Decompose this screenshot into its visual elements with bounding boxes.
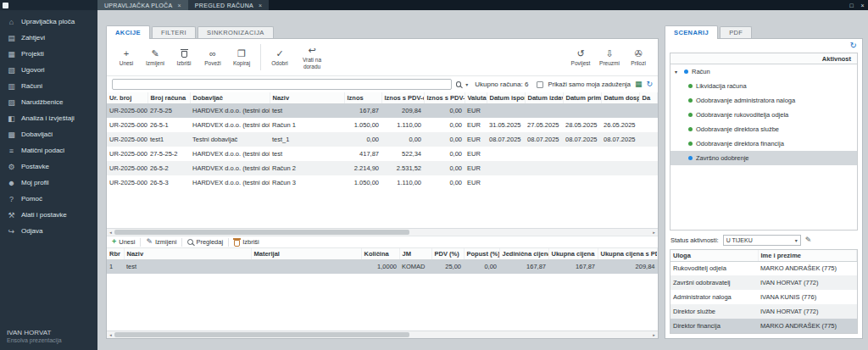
scroll-right-icon[interactable]: ▸ — [650, 331, 658, 339]
invoice-row[interactable]: UR-2025-000026-5-2HARDVEX d.o.o. (testni… — [107, 161, 658, 175]
column-header[interactable]: Naziv — [124, 248, 251, 259]
tab-pdf[interactable]: PDF — [720, 26, 752, 38]
scroll-left-icon[interactable]: ◂ — [107, 331, 114, 339]
column-header[interactable]: Jedinična cijena — [499, 248, 548, 259]
column-header[interactable]: Rbr — [107, 248, 124, 259]
column-header[interactable]: Datum dospijeća — [601, 92, 639, 103]
item-izmijeni-button[interactable]: ✎Izmijeni — [146, 238, 176, 246]
scrollbar-thumb[interactable] — [114, 230, 409, 235]
role-row[interactable]: Administrator nalogaIVANA KUNIS (776) — [670, 290, 857, 304]
sidebar-item-contracts[interactable]: ▧Ugovori — [0, 62, 97, 78]
excel-export-icon[interactable]: ▦ — [635, 81, 643, 88]
invoice-table-hscrollbar[interactable]: ◂ ▸ — [107, 228, 658, 236]
tab-akcije[interactable]: AKCIJE — [106, 25, 150, 39]
sidebar-item-suppliers[interactable]: ▩Dobavljači — [0, 126, 97, 142]
prilozi-button[interactable]: ✇Prilozi — [624, 41, 653, 74]
expander-icon[interactable]: ▾ — [675, 69, 681, 75]
column-header[interactable]: Količina — [361, 248, 399, 259]
column-header[interactable]: Datum izdavanja — [525, 92, 563, 103]
column-header[interactable]: Dobavljač — [190, 92, 270, 103]
tree-node-activity[interactable]: Odobravanje rukovoditelja odjela — [670, 108, 857, 122]
activity-status-select[interactable]: U TIJEKU ▾ — [723, 235, 801, 246]
role-row-selected[interactable]: Direktor financijaMARKO ANDRAŠEK (775) — [670, 319, 857, 333]
titlebar-tab-pregled-racuna[interactable]: PREGLED RAČUNA × — [188, 0, 270, 10]
role-row[interactable]: Rukovoditelj odjelaMARKO ANDRAŠEK (775) — [670, 261, 857, 275]
column-header[interactable]: Iznos s PDV-om — [381, 92, 424, 103]
invoice-row[interactable]: UR-2025-000026-5-1HARDVEX d.o.o. (testni… — [107, 118, 658, 132]
invoice-row[interactable]: UR-2025-000027-5-25-2HARDVEX d.o.o. (tes… — [107, 147, 658, 161]
chevron-down-icon[interactable]: ▾ — [465, 81, 468, 87]
sidebar-item-logout[interactable]: ↪Odjava — [0, 223, 97, 239]
cell-materijal — [251, 259, 361, 274]
column-header[interactable]: Ukupna cijena s PDV-om — [598, 248, 658, 259]
tree-node-activity[interactable]: Odobravanje direktora financija — [670, 136, 857, 151]
tree-node-activity[interactable]: Likvidacija računa — [670, 79, 857, 93]
tree-node-activity[interactable]: Odobravanje administratora naloga — [670, 93, 857, 108]
column-header[interactable]: Valuta — [465, 92, 487, 103]
sidebar-item-projects[interactable]: ▦Projekti — [0, 46, 97, 62]
sidebar-item-help[interactable]: ?Pomoć — [0, 191, 97, 207]
sidebar-item-settings[interactable]: ⚙Postavke — [0, 158, 97, 175]
unesi-button[interactable]: +Unesi — [112, 41, 141, 74]
column-header[interactable]: Uloga — [670, 250, 758, 261]
column-header[interactable]: PDV (%) — [431, 248, 464, 259]
edit-status-icon[interactable]: ✎ — [805, 236, 812, 244]
item-row[interactable]: 1 test 1,0000 KOMAD 25,00 0,00 167,87 16… — [107, 259, 658, 274]
izmijeni-button[interactable]: ✎Izmijeni — [141, 41, 170, 74]
tree-node-activity-selected[interactable]: Završno odobrenje — [670, 151, 857, 165]
sidebar-item-invoices[interactable]: ▥Računi — [0, 78, 97, 94]
item-izbrisi-button[interactable]: Izbriši — [234, 237, 259, 247]
role-row[interactable]: Završni odobravateljIVAN HORVAT (772) — [670, 275, 857, 290]
tab-close-icon[interactable]: × — [259, 3, 262, 8]
sidebar-item-master-data[interactable]: ≡Matični podaci — [0, 142, 97, 158]
tab-close-icon[interactable]: × — [177, 3, 181, 8]
items-table-hscrollbar[interactable]: ◂ ▸ — [107, 331, 658, 338]
tab-scenarij[interactable]: SCENARIJ — [665, 25, 718, 39]
window-close-icon[interactable]: × — [857, 0, 868, 10]
izbrisi-button[interactable]: Izbriši — [170, 41, 198, 74]
column-header[interactable]: Iznos s PDV-om (int. — [424, 92, 465, 103]
column-header[interactable]: Naziv — [270, 92, 344, 103]
search-input[interactable] — [112, 79, 452, 90]
column-header[interactable]: Iznos — [344, 92, 381, 103]
vrati-na-doradu-button[interactable]: ↩Vrati na doradu — [294, 41, 330, 74]
scrollbar-thumb[interactable] — [114, 332, 409, 337]
invoice-row[interactable]: UR-2025-000026-5-3HARDVEX d.o.o. (testni… — [107, 175, 658, 190]
column-header[interactable]: Ur. broj — [107, 92, 147, 103]
sidebar-item-purchase-orders[interactable]: ▨Narudžbenice — [0, 94, 97, 110]
show-only-my-tasks-checkbox[interactable] — [537, 81, 543, 88]
refresh-icon[interactable]: ↻ — [646, 81, 653, 88]
povezi-button[interactable]: ∞Poveži — [198, 41, 227, 74]
tree-node-activity[interactable]: Odobravanje direktora službe — [670, 122, 857, 136]
search-icon[interactable] — [456, 81, 462, 87]
column-header[interactable]: Ime i prezime — [758, 250, 857, 261]
sidebar-item-dashboard[interactable]: ⌂Upravljačka ploča — [0, 14, 97, 30]
column-header[interactable]: Da — [639, 92, 658, 103]
column-header[interactable]: Broj računa — [147, 92, 190, 103]
titlebar-tab-upravljacka-ploca[interactable]: UPRAVLJAČKA PLOČA × — [97, 0, 188, 10]
tab-sinkronizacija[interactable]: SINKRONIZACIJA — [198, 26, 274, 38]
invoice-row[interactable]: UR-2025-0000test1Testni dobavljačtest_10… — [107, 132, 658, 147]
sidebar-item-requests[interactable]: ▤Zahtjevi — [0, 30, 97, 46]
column-header[interactable]: Materijal — [251, 248, 361, 259]
column-header[interactable]: Datum isporuke — [487, 92, 525, 103]
kopiraj-button[interactable]: ❐Kopiraj — [227, 41, 256, 74]
tree-node-racun[interactable]: ▾ Račun — [670, 64, 857, 79]
role-row[interactable]: Direktor službeIVAN HORVAT (772) — [670, 304, 857, 319]
sidebar-item-tools[interactable]: ⚒Alati i postavke — [0, 207, 97, 223]
item-pregledaj-button[interactable]: Pregledaj — [187, 238, 223, 246]
refresh-icon[interactable]: ↻ — [850, 42, 857, 50]
column-header[interactable]: Popust (%) — [464, 248, 499, 259]
column-header[interactable]: Ukupna cijena — [548, 248, 598, 259]
column-header[interactable]: Datum primitka — [563, 92, 601, 103]
odobri-button[interactable]: ✓Odobri — [265, 41, 294, 74]
window-restore-icon[interactable]: □ — [846, 0, 857, 10]
povijest-button[interactable]: ↺Povijest — [566, 41, 595, 74]
preuzmi-button[interactable]: ⇩Preuzmi — [595, 41, 624, 74]
invoice-row[interactable]: UR-2025-000027-5-25HARDVEX d.o.o. (testn… — [107, 103, 658, 118]
sidebar-item-my-profile[interactable]: ☻Moj profil — [0, 175, 97, 191]
sidebar-item-analytics[interactable]: ◧Analiza i izvještaji — [0, 110, 97, 126]
item-unesi-button[interactable]: +Unesi — [112, 238, 135, 246]
tab-filteri[interactable]: FILTERI — [152, 26, 196, 38]
column-header[interactable]: JM — [399, 248, 431, 259]
